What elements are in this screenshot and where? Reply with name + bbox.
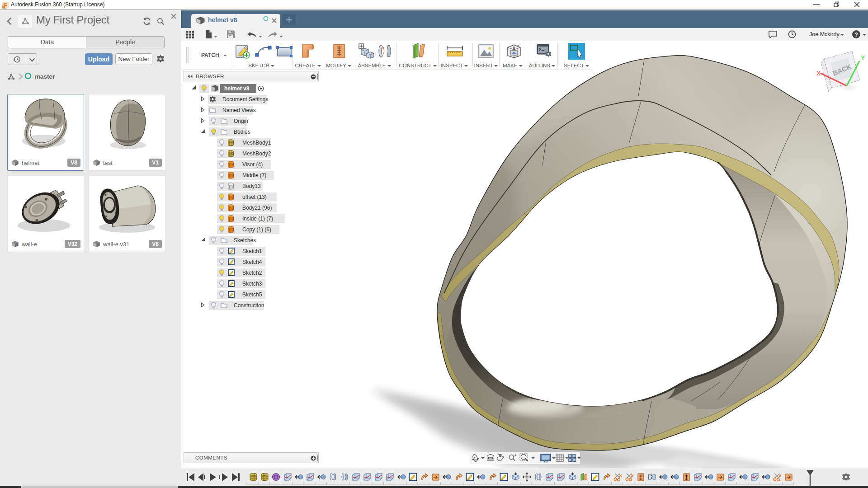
svg-text:?: ? bbox=[854, 31, 858, 38]
svg-text:Y: Y bbox=[861, 54, 865, 61]
svg-text:X: X bbox=[816, 70, 821, 77]
